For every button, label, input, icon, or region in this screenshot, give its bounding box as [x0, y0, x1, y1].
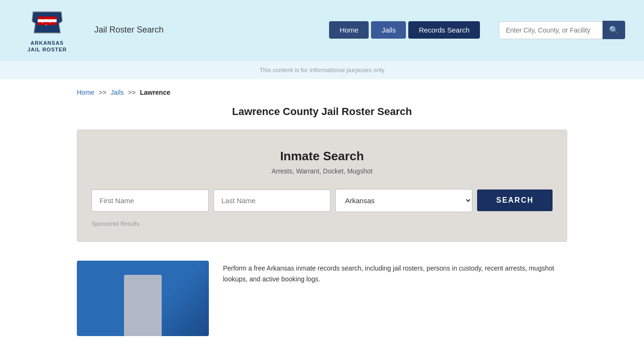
main-content: Home >> Jails >> Lawrence Lawrence Count…	[63, 79, 581, 346]
breadcrumb: Home >> Jails >> Lawrence	[77, 89, 567, 96]
main-nav: Home Jails Records Search	[329, 21, 480, 39]
last-name-input[interactable]	[214, 189, 331, 212]
logo-area: ★ ★ ★ ★ ARKANSAS JAIL ROSTER	[19, 7, 75, 53]
svg-rect-2	[38, 19, 57, 22]
svg-text:★: ★	[49, 21, 51, 24]
site-header: ★ ★ ★ ★ ARKANSAS JAIL ROSTER Jail Roster…	[0, 0, 644, 60]
breadcrumb-current: Lawrence	[140, 89, 171, 96]
header-search-wrap: 🔍	[499, 21, 625, 39]
search-icon: 🔍	[609, 26, 619, 34]
building-image	[124, 275, 162, 336]
search-submit-button[interactable]: SEARCH	[477, 189, 553, 211]
bottom-image	[77, 261, 209, 336]
search-box-subtitle: Arrests, Warrant, Docket, Mugshot	[91, 167, 553, 175]
state-select[interactable]: AlabamaAlaskaArizonaArkansasCaliforniaCo…	[335, 189, 472, 212]
site-title: Jail Roster Search	[94, 25, 315, 35]
logo-text: ARKANSAS JAIL ROSTER	[27, 40, 67, 53]
header-search-button[interactable]: 🔍	[603, 21, 625, 39]
svg-rect-1	[38, 16, 57, 19]
svg-rect-3	[38, 22, 57, 25]
header-search-input[interactable]	[499, 21, 603, 39]
svg-text:★: ★	[45, 24, 47, 26]
svg-text:★: ★	[41, 21, 43, 24]
inmate-search-box: Inmate Search Arrests, Warrant, Docket, …	[77, 130, 567, 242]
breadcrumb-sep2: >>	[128, 89, 135, 96]
breadcrumb-sep1: >>	[99, 89, 106, 96]
page-title: Lawrence County Jail Roster Search	[77, 106, 567, 118]
breadcrumb-jails[interactable]: Jails	[111, 89, 124, 96]
nav-jails-button[interactable]: Jails	[371, 21, 406, 39]
bottom-description: Perform a free Arkansas inmate records s…	[223, 261, 567, 286]
info-bar-text: This content is for informational purpos…	[259, 66, 384, 74]
nav-home-button[interactable]: Home	[329, 21, 369, 39]
nav-records-button[interactable]: Records Search	[408, 21, 480, 39]
sponsored-label: Sponsored Results	[91, 221, 553, 227]
bottom-section: Perform a free Arkansas inmate records s…	[77, 256, 567, 336]
logo-image: ★ ★ ★ ★	[28, 7, 66, 38]
search-fields: AlabamaAlaskaArizonaArkansasCaliforniaCo…	[91, 189, 553, 212]
info-bar: This content is for informational purpos…	[0, 60, 644, 79]
first-name-input[interactable]	[91, 189, 209, 212]
breadcrumb-home[interactable]: Home	[77, 89, 94, 96]
search-box-title: Inmate Search	[91, 149, 553, 164]
